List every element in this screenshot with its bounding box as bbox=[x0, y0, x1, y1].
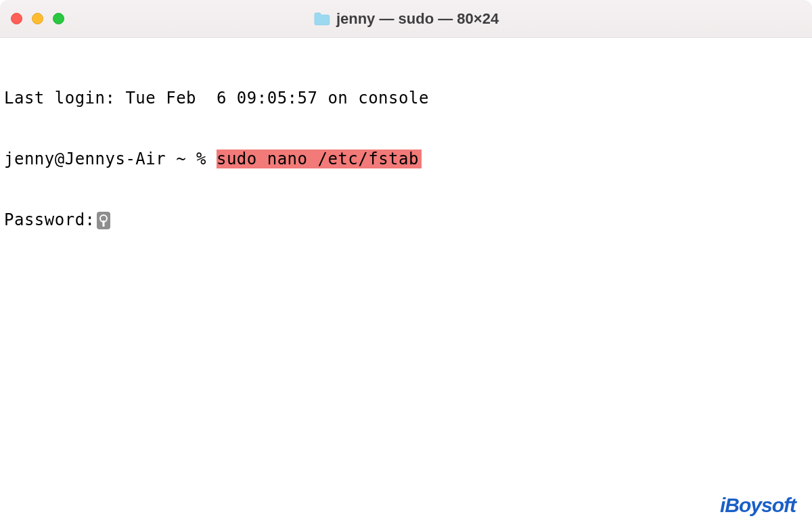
terminal-window: jenny — sudo — 80×24 Last login: Tue Feb… bbox=[0, 0, 812, 529]
shell-prompt: jenny@Jennys-Air ~ % bbox=[4, 150, 217, 168]
key-icon bbox=[97, 212, 110, 229]
window-title-text: jenny — sudo — 80×24 bbox=[336, 10, 499, 28]
password-line: Password: bbox=[4, 210, 808, 230]
last-login-line: Last login: Tue Feb 6 09:05:57 on consol… bbox=[4, 88, 808, 108]
terminal-content[interactable]: Last login: Tue Feb 6 09:05:57 on consol… bbox=[0, 38, 812, 529]
command-line: jenny@Jennys-Air ~ % sudo nano /etc/fsta… bbox=[4, 149, 808, 169]
close-button[interactable] bbox=[11, 13, 22, 24]
window-titlebar[interactable]: jenny — sudo — 80×24 bbox=[0, 0, 812, 38]
traffic-lights bbox=[11, 13, 64, 24]
watermark: iBoysoft bbox=[720, 494, 796, 517]
window-title: jenny — sudo — 80×24 bbox=[313, 10, 499, 28]
zoom-button[interactable] bbox=[53, 13, 64, 24]
minimize-button[interactable] bbox=[32, 13, 43, 24]
password-label: Password: bbox=[4, 210, 95, 229]
folder-icon bbox=[313, 12, 331, 26]
command-highlight: sudo nano /etc/fstab bbox=[217, 150, 422, 168]
